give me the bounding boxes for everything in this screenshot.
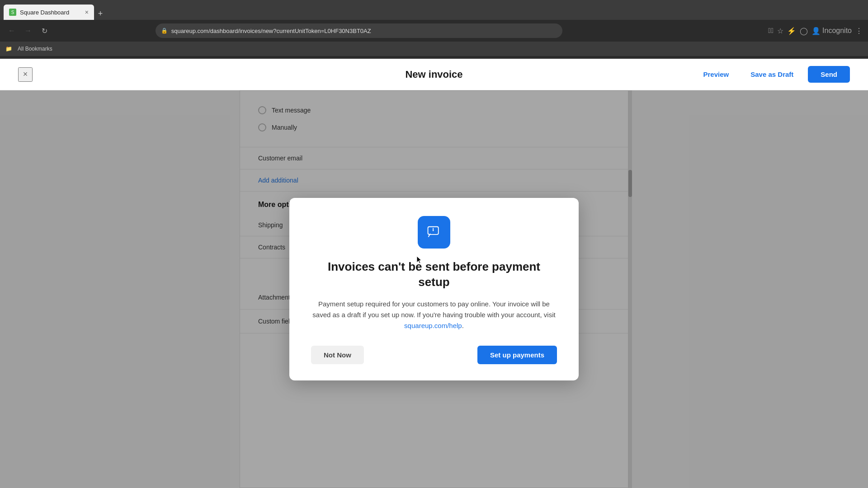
lock-icon: 🔒 bbox=[161, 28, 168, 34]
forward-button[interactable]: → bbox=[22, 24, 34, 37]
modal-icon bbox=[418, 216, 450, 249]
active-tab[interactable]: S Square Dashboard × bbox=[4, 5, 94, 20]
set-up-payments-button[interactable]: Set up payments bbox=[477, 346, 557, 364]
tab-favicon: S bbox=[9, 9, 16, 16]
url-text: squareup.com/dashboard/invoices/new?curr… bbox=[171, 28, 371, 34]
tab-title: Square Dashboard bbox=[20, 9, 69, 16]
refresh-button[interactable]: ↻ bbox=[38, 24, 51, 37]
svg-rect-6 bbox=[424, 222, 444, 242]
main-area: Text message Manually Customer email Add… bbox=[0, 90, 868, 488]
incognito-badge: 👤 Incognito bbox=[811, 27, 852, 35]
extensions-icon[interactable]: ⚡ bbox=[787, 27, 796, 35]
svg-point-9 bbox=[433, 230, 434, 231]
browser-actions: 👁̸ ☆ ⚡ ◯ 👤 Incognito ⋮ bbox=[768, 27, 863, 35]
modal-body: Payment setup required for your customer… bbox=[311, 299, 557, 331]
modal-overlay: Invoices can't be sent before payment se… bbox=[0, 90, 868, 488]
incognito-label: Incognito bbox=[822, 27, 852, 35]
incognito-icon: 👤 bbox=[811, 27, 821, 35]
back-button[interactable]: ← bbox=[5, 24, 18, 37]
modal-dialog: Invoices can't be sent before payment se… bbox=[289, 198, 579, 381]
modal-actions: Not Now Set up payments bbox=[311, 346, 557, 364]
not-now-button[interactable]: Not Now bbox=[311, 346, 364, 364]
app-header: × New invoice Preview Save as Draft Send bbox=[0, 59, 868, 90]
address-bar-row: ← → ↻ 🔒 squareup.com/dashboard/invoices/… bbox=[0, 20, 868, 42]
profile-icon[interactable]: ◯ bbox=[800, 27, 808, 35]
modal-body-suffix: . bbox=[462, 322, 464, 329]
preview-button[interactable]: Preview bbox=[696, 67, 736, 82]
header-actions: Preview Save as Draft Send bbox=[696, 66, 850, 83]
bookmarks-label: All Bookmarks bbox=[18, 46, 52, 52]
help-link[interactable]: squareup.com/help bbox=[404, 322, 462, 329]
send-button[interactable]: Send bbox=[808, 66, 850, 83]
new-tab-button[interactable]: + bbox=[94, 7, 107, 20]
eye-off-icon: 👁̸ bbox=[768, 27, 774, 35]
modal-body-text: Payment setup required for your customer… bbox=[312, 300, 555, 319]
page-title: New invoice bbox=[405, 69, 462, 80]
modal-title: Invoices can't be sent before payment se… bbox=[311, 259, 557, 290]
tab-bar: S Square Dashboard × + bbox=[0, 0, 868, 20]
menu-icon[interactable]: ⋮ bbox=[855, 27, 863, 35]
tab-close-button[interactable]: × bbox=[85, 9, 89, 16]
bookmarks-folder-icon: 📁 bbox=[5, 46, 12, 52]
close-button[interactable]: × bbox=[18, 67, 33, 82]
save-draft-button[interactable]: Save as Draft bbox=[743, 67, 801, 82]
bookmark-icon[interactable]: ☆ bbox=[777, 27, 783, 35]
bookmarks-bar: 📁 All Bookmarks bbox=[0, 42, 868, 56]
browser-chrome: S Square Dashboard × + ← → ↻ 🔒 squareup.… bbox=[0, 0, 868, 59]
address-bar[interactable]: 🔒 squareup.com/dashboard/invoices/new?cu… bbox=[156, 23, 562, 38]
